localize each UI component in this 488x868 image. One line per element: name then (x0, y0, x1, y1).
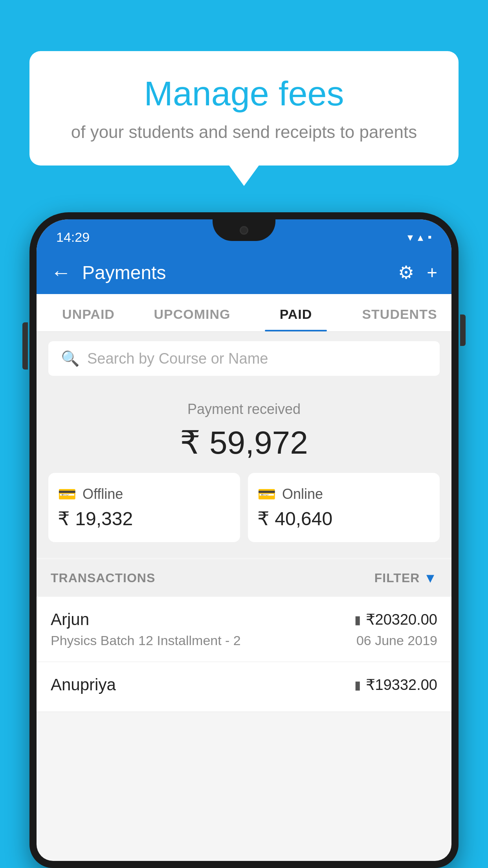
phone-notch (213, 219, 275, 241)
transaction-name: Anupriya (51, 675, 116, 694)
payment-label: Payment received (48, 401, 440, 417)
speech-bubble-container: Manage fees of your students and send re… (29, 51, 459, 166)
manage-fees-subtitle: of your students and send receipts to pa… (61, 122, 427, 142)
manage-fees-title: Manage fees (61, 75, 427, 113)
table-row[interactable]: Anupriya ▮ ₹19332.00 (37, 662, 451, 712)
offline-payment-card: 💳 Offline ₹ 19,332 (48, 473, 240, 542)
filter-label: FILTER (374, 571, 420, 585)
online-pay-icon: ▮ (354, 613, 361, 627)
payment-cards: 💳 Offline ₹ 19,332 💳 Online ₹ 40,640 (48, 473, 440, 542)
tab-upcoming[interactable]: UPCOMING (140, 294, 244, 331)
tab-unpaid[interactable]: UNPAID (37, 294, 140, 331)
status-icons: ▾ ▴ ▪ (407, 231, 432, 244)
online-icon: 💳 (257, 485, 276, 503)
transaction-amount-container: ▮ ₹20320.00 (354, 611, 438, 628)
app-bar: ← Payments ⚙ + (37, 251, 451, 294)
transaction-name: Arjun (51, 610, 89, 629)
transaction-amount: ₹19332.00 (366, 676, 438, 693)
offline-amount: ₹ 19,332 (58, 508, 231, 530)
offline-label: Offline (83, 486, 123, 502)
battery-icon: ▪ (428, 231, 432, 243)
online-payment-card: 💳 Online ₹ 40,640 (248, 473, 440, 542)
phone-screen: 14:29 ▾ ▴ ▪ ← Payments ⚙ + UNPAID UPCOMI… (37, 219, 451, 861)
transaction-list: Arjun ▮ ₹20320.00 Physics Batch 12 Insta… (37, 597, 451, 712)
transactions-header: TRANSACTIONS FILTER ▼ (37, 559, 451, 597)
transaction-row-top: Arjun ▮ ₹20320.00 (51, 610, 437, 629)
online-label: Online (282, 486, 323, 502)
transactions-label: TRANSACTIONS (51, 571, 155, 585)
transaction-amount: ₹20320.00 (366, 611, 438, 628)
online-amount: ₹ 40,640 (257, 508, 430, 530)
add-button[interactable]: + (427, 262, 437, 283)
filter-button[interactable]: FILTER ▼ (374, 570, 437, 586)
tabs: UNPAID UPCOMING PAID STUDENTS (37, 294, 451, 332)
speech-bubble: Manage fees of your students and send re… (29, 51, 459, 166)
table-row[interactable]: Arjun ▮ ₹20320.00 Physics Batch 12 Insta… (37, 597, 451, 662)
tab-students[interactable]: STUDENTS (348, 294, 451, 331)
signal-icon: ▴ (418, 231, 423, 244)
transaction-row-bottom: Physics Batch 12 Installment - 2 06 June… (51, 633, 437, 648)
tab-paid[interactable]: PAID (244, 294, 348, 331)
wifi-icon: ▾ (407, 231, 413, 244)
phone-frame: 14:29 ▾ ▴ ▪ ← Payments ⚙ + UNPAID UPCOMI… (29, 212, 459, 868)
back-button[interactable]: ← (51, 261, 71, 284)
status-time: 14:29 (56, 230, 90, 245)
transaction-course: Physics Batch 12 Installment - 2 (51, 633, 241, 648)
payment-amount: ₹ 59,972 (48, 424, 440, 461)
offline-pay-icon: ▮ (354, 678, 361, 692)
search-bar[interactable]: 🔍 Search by Course or Name (48, 341, 440, 376)
app-bar-icons: ⚙ + (398, 262, 437, 283)
transaction-amount-container: ▮ ₹19332.00 (354, 676, 438, 693)
search-icon: 🔍 (61, 350, 79, 367)
filter-icon: ▼ (424, 570, 437, 586)
settings-icon[interactable]: ⚙ (398, 262, 414, 283)
transaction-date: 06 June 2019 (356, 633, 437, 648)
payment-section: Payment received ₹ 59,972 💳 Offline ₹ 19… (37, 385, 451, 558)
offline-card-header: 💳 Offline (58, 485, 231, 503)
app-title: Payments (82, 262, 387, 283)
search-container: 🔍 Search by Course or Name (37, 332, 451, 385)
search-input[interactable]: Search by Course or Name (87, 350, 268, 367)
transaction-row-top: Anupriya ▮ ₹19332.00 (51, 675, 437, 694)
offline-icon: 💳 (58, 485, 76, 503)
online-card-header: 💳 Online (257, 485, 430, 503)
front-camera (240, 226, 248, 235)
